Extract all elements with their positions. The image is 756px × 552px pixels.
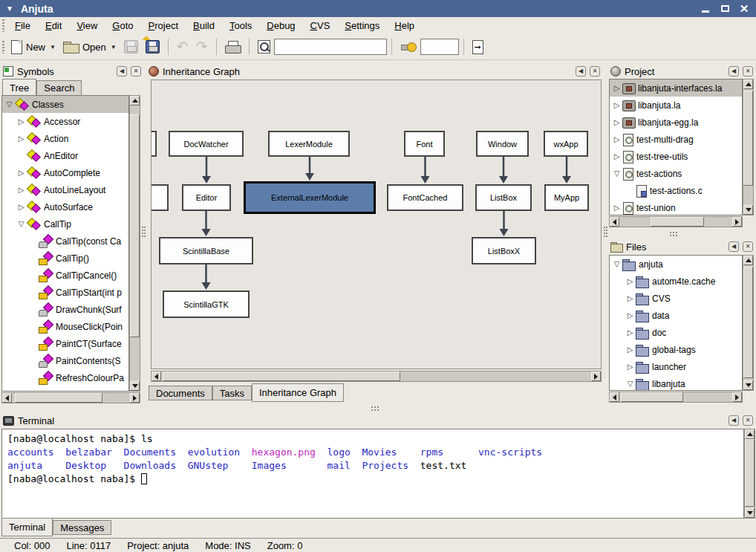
tree-row-libanjuta-egg-la[interactable]: ▷libanjuta-egg.la [610, 114, 742, 131]
goto-line-button[interactable] [397, 39, 420, 55]
expander-closed-icon[interactable]: ▷ [625, 277, 636, 285]
files-close-button[interactable]: ✕ [743, 241, 753, 252]
tree-row-autolinelayout[interactable]: ▷AutoLineLayout [2, 181, 128, 198]
tree-row-calltip[interactable]: ▽CallTip [2, 215, 128, 233]
tree-row-calltip[interactable]: CallTip() [2, 250, 128, 267]
tree-row-calltip-const-ca[interactable]: CallTip(const Ca [2, 233, 128, 250]
tree-row-test-tree-utils[interactable]: ▷test-tree-utils [610, 148, 742, 165]
expander-closed-icon[interactable]: ▷ [611, 152, 622, 160]
terminal-output[interactable]: [naba@localhost naba]$ lsaccounts belzab… [1, 429, 744, 519]
expander-closed-icon[interactable]: ▷ [611, 204, 622, 212]
scrollbar-thumb[interactable] [743, 91, 753, 186]
files-dock-button[interactable]: ◀ [729, 241, 739, 252]
scrollbar-thumb[interactable] [621, 392, 683, 402]
scrollbar-thumb[interactable] [651, 217, 704, 227]
menubar-drag-handle[interactable] [2, 19, 4, 32]
new-dropdown-icon[interactable]: ▼ [50, 44, 56, 51]
titlebar[interactable]: ▼ Anjuta ✕ [0, 0, 756, 17]
tree-row-mouseclick-poin[interactable]: MouseClick(Poin [2, 318, 128, 335]
graph-dock-button[interactable]: ◀ [576, 66, 586, 77]
inheritance-graph-canvas[interactable]: DocWatcherLexerModuleFontWindowwxAppEdit… [151, 79, 602, 369]
expander-closed-icon[interactable]: ▷ [611, 135, 622, 143]
scroll-down-button[interactable] [743, 205, 753, 215]
expander-open-icon[interactable]: ▽ [625, 380, 636, 388]
tree-row-libanjuta-la[interactable]: ▷libanjuta.la [610, 97, 742, 114]
open-button[interactable]: Open ▼ [59, 39, 120, 55]
expander-closed-icon[interactable]: ▷ [16, 186, 27, 194]
scroll-right-button[interactable] [130, 393, 140, 403]
scroll-right-button[interactable] [732, 392, 742, 402]
menu-file[interactable]: File [7, 17, 38, 34]
graph-node-editor[interactable]: Editor [182, 184, 231, 211]
tree-row-global-tags[interactable]: ▷global-tags [610, 341, 742, 358]
menu-view[interactable]: View [69, 17, 105, 34]
scroll-up-button[interactable] [745, 429, 755, 439]
graph-horizontal-scrollbar[interactable] [151, 371, 602, 382]
tree-row-autocomplete[interactable]: ▷AutoComplete [2, 164, 128, 181]
toolbar-drag-handle[interactable] [2, 41, 4, 53]
scrollbar-track[interactable] [161, 371, 591, 381]
menu-debug[interactable]: Debug [259, 17, 302, 34]
terminal-splitter-grip[interactable] [371, 406, 380, 411]
scroll-left-button[interactable] [151, 371, 161, 381]
tree-row-launcher[interactable]: ▷launcher [610, 358, 742, 375]
scroll-up-button[interactable] [743, 79, 753, 89]
tab-documents[interactable]: Documents [149, 386, 212, 400]
files-horizontal-scrollbar[interactable] [609, 392, 743, 403]
tree-row-test-multi-drag[interactable]: ▷test-multi-drag [610, 131, 742, 148]
menu-cvs[interactable]: CVS [303, 17, 338, 34]
scrollbar-thumb[interactable] [163, 371, 400, 381]
graph-node-scintillabase[interactable]: ScintillaBase [159, 237, 253, 264]
graph-node-cut-mid[interactable] [151, 184, 169, 211]
tree-row-paintct-surface[interactable]: PaintCT(Surface [2, 335, 128, 352]
tree-row-classes[interactable]: ▽Classes [2, 96, 128, 113]
terminal-dock-button[interactable]: ◀ [729, 415, 739, 426]
symbols-dock-button[interactable]: ◀ [117, 66, 127, 77]
terminal-close-button[interactable]: ✕ [743, 415, 753, 426]
graph-node-cut-top[interactable] [151, 131, 157, 157]
tab-inheritance-graph[interactable]: Inheritance Graph [252, 383, 344, 402]
goto-file-button[interactable]: ➞ [469, 38, 487, 56]
tree-row-autosurface[interactable]: ▷AutoSurface [2, 198, 128, 215]
menu-project[interactable]: Project [141, 17, 186, 34]
tree-row-action[interactable]: ▷Action [2, 130, 128, 147]
scrollbar-thumb[interactable] [745, 439, 755, 507]
expander-open-icon[interactable]: ▽ [4, 100, 15, 108]
minimize-button[interactable] [700, 3, 711, 15]
graph-node-listboxx[interactable]: ListBoxX [472, 237, 536, 264]
menu-help[interactable]: Help [387, 17, 422, 34]
tree-row-cvs[interactable]: ▷CVS [610, 290, 742, 307]
menu-goto[interactable]: Goto [105, 17, 140, 34]
expander-closed-icon[interactable]: ▷ [611, 118, 622, 126]
save-button[interactable] [120, 38, 142, 56]
tree-row-libanjuta-interfaces-la[interactable]: ▷libanjuta-interfaces.la [610, 79, 742, 97]
tree-row-calltipstart-int-p[interactable]: CallTipStart(int p [2, 284, 128, 301]
tab-messages[interactable]: Messages [53, 520, 111, 535]
scroll-right-button[interactable] [591, 371, 601, 381]
graph-node-docwatcher[interactable]: DocWatcher [169, 131, 244, 157]
tree-row-doc[interactable]: ▷doc [610, 324, 742, 341]
menu-settings[interactable]: Settings [337, 17, 387, 34]
graph-node-listbox[interactable]: ListBox [475, 184, 532, 211]
scrollbar-track[interactable] [619, 392, 732, 402]
expander-closed-icon[interactable]: ▷ [16, 203, 27, 211]
scroll-up-button[interactable] [743, 256, 753, 265]
expander-closed-icon[interactable]: ▷ [16, 134, 27, 143]
redo-button[interactable]: ↷ [192, 39, 212, 55]
graph-node-wxapp[interactable]: wxApp [544, 131, 588, 157]
expander-closed-icon[interactable]: ▷ [611, 84, 622, 92]
expander-closed-icon[interactable]: ▷ [625, 294, 636, 302]
scroll-down-button[interactable] [130, 381, 140, 391]
files-vertical-scrollbar[interactable] [743, 255, 754, 391]
left-splitter-grip[interactable] [142, 227, 146, 238]
project-vertical-scrollbar[interactable] [743, 79, 754, 215]
tree-row-test-actions[interactable]: ▽test-actions [610, 165, 742, 182]
print-button[interactable] [221, 39, 244, 56]
graph-node-externallexermodule[interactable]: ExternalLexerModule [244, 181, 376, 214]
tab-search[interactable]: Search [36, 80, 82, 95]
tree-row-data[interactable]: ▷data [610, 307, 742, 324]
scroll-down-button[interactable] [743, 380, 753, 390]
graph-node-lexermodule[interactable]: LexerModule [268, 131, 350, 157]
tree-row-test-actions-c[interactable]: test-actions.c [610, 182, 742, 199]
scrollbar-thumb[interactable] [15, 393, 102, 403]
